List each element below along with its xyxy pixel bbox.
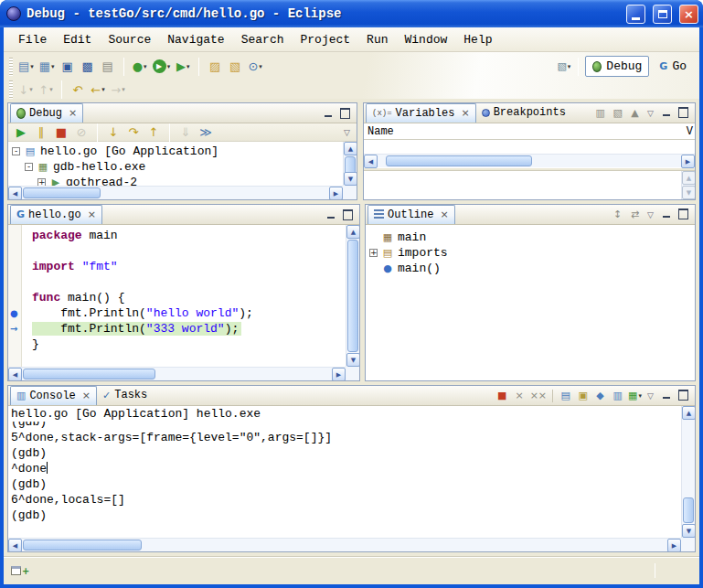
toolbar-grip[interactable] — [9, 80, 13, 99]
tree-item[interactable]: -●main() — [366, 261, 695, 276]
close-tab-icon[interactable]: × — [82, 390, 91, 401]
open-perspective-icon[interactable]: ▧▾ — [556, 59, 571, 74]
code-line[interactable] — [32, 243, 346, 259]
show-type-names-icon[interactable]: ▥ — [592, 105, 608, 121]
next-annotation-icon[interactable]: ↓▾ — [16, 80, 35, 100]
menu-search[interactable]: Search — [234, 30, 292, 49]
collapse-icon[interactable]: - — [25, 163, 33, 171]
tab-outline[interactable]: Outline × — [367, 205, 455, 224]
collapse-all-icon[interactable]: ▲ — [627, 105, 643, 121]
tab-tasks[interactable]: ✓ Tasks — [97, 386, 153, 405]
scroll-right-icon[interactable]: ▶ — [332, 368, 346, 380]
step-over-icon[interactable]: ↷ — [124, 123, 143, 143]
scroll-down-icon[interactable]: ▼ — [682, 524, 695, 538]
code-line[interactable]: import "fmt" — [32, 259, 346, 274]
close-tab-icon[interactable]: × — [69, 107, 77, 119]
debug-icon[interactable]: ●▾ — [131, 57, 149, 77]
scroll-left-icon[interactable]: ◀ — [8, 187, 22, 199]
scrollbar-thumb[interactable] — [386, 155, 532, 166]
expand-icon[interactable]: + — [369, 249, 378, 257]
menu-help[interactable]: Help — [456, 30, 499, 49]
menu-navigate[interactable]: Navigate — [160, 30, 231, 49]
remove-launch-icon[interactable]: × — [512, 388, 527, 403]
editor-ruler[interactable]: ●→ — [8, 225, 22, 367]
close-tab-icon[interactable]: × — [88, 208, 96, 220]
column-name[interactable]: Name — [367, 125, 394, 138]
code-line[interactable]: fmt.Println("333 world"); — [32, 321, 346, 337]
minimize-view-button[interactable] — [323, 208, 338, 222]
minimize-view-button[interactable] — [658, 208, 674, 221]
maximize-view-button[interactable] — [676, 208, 691, 221]
print-icon[interactable]: ▤ — [99, 57, 117, 77]
tab-hello-go[interactable]: G hello.go × — [10, 205, 102, 224]
maximize-view-button[interactable] — [676, 389, 691, 402]
save-all-icon[interactable]: ▩ — [79, 57, 97, 77]
view-menu-icon[interactable]: ▽ — [644, 210, 656, 219]
close-tab-icon[interactable]: × — [440, 208, 448, 220]
expand-icon[interactable]: + — [37, 178, 46, 186]
tab-variables[interactable]: (x)= Variables × — [366, 103, 476, 123]
maximize-view-button[interactable] — [340, 208, 356, 222]
drop-to-frame-icon[interactable]: ⇓ — [176, 123, 195, 143]
use-step-filters-icon[interactable]: ≫ — [197, 123, 215, 143]
scrollbar-thumb[interactable] — [23, 187, 101, 198]
suspend-icon[interactable]: ‖ — [32, 123, 50, 143]
variables-detail-pane[interactable]: ▲ ▼ — [364, 171, 695, 199]
display-selected-console-icon[interactable]: ▥ — [610, 388, 625, 403]
code-line[interactable]: fmt.Println("hello world"); — [32, 305, 346, 321]
column-value[interactable]: V — [687, 125, 693, 138]
scrollbar-thumb[interactable] — [347, 240, 358, 352]
folder-icon[interactable]: ▧ — [226, 57, 244, 77]
run-icon[interactable]: ▶▾ — [151, 57, 173, 77]
tree-item[interactable]: -▤hello.go [Go Application] — [8, 144, 343, 159]
toolbar-grip[interactable] — [9, 58, 13, 76]
horizontal-scrollbar[interactable]: ◀ ▶ — [8, 538, 681, 551]
code-line[interactable]: package main — [32, 228, 346, 243]
minimize-view-button[interactable] — [658, 106, 674, 120]
view-menu-icon[interactable]: ▽ — [341, 128, 353, 137]
close-button[interactable]: × — [679, 5, 698, 24]
view-menu-icon[interactable]: ▽ — [644, 391, 656, 401]
scroll-left-icon[interactable]: ◀ — [364, 155, 378, 168]
scrollbar-thumb[interactable] — [683, 497, 694, 523]
tree-item[interactable]: +▶gothread-2 — [8, 175, 343, 186]
tree-item[interactable]: -▦gdb-hello.exe — [8, 159, 343, 175]
last-edit-location-icon[interactable]: ↶ — [69, 80, 87, 100]
perspective-debug-button[interactable]: Debug — [585, 56, 649, 77]
code-area[interactable]: package mainimport "fmt"func main() { fm… — [23, 225, 346, 367]
vertical-scrollbar[interactable]: ▲ ▼ — [681, 171, 695, 199]
minimize-view-button[interactable] — [658, 389, 674, 402]
tree-item[interactable]: -▦main — [366, 230, 695, 245]
fast-view-icon[interactable]: + — [11, 566, 29, 576]
scroll-right-icon[interactable]: ▶ — [681, 155, 695, 168]
tab-console[interactable]: ▥ Console × — [10, 386, 97, 405]
external-tools-icon[interactable]: ▶▾ — [174, 57, 192, 77]
terminate-icon[interactable]: ■ — [52, 123, 70, 143]
code-line[interactable]: } — [32, 337, 346, 352]
scroll-up-icon[interactable]: ▲ — [682, 171, 696, 185]
horizontal-scrollbar[interactable]: ◀ ▶ — [8, 367, 346, 380]
tab-breakpoints[interactable]: Breakpoints — [476, 103, 571, 123]
scroll-right-icon[interactable]: ▶ — [329, 187, 343, 199]
vertical-scrollbar[interactable]: ▲ ▼ — [346, 225, 359, 367]
step-into-icon[interactable]: ↓ — [104, 123, 122, 143]
scroll-down-icon[interactable]: ▼ — [344, 172, 357, 186]
view-menu-icon[interactable]: ▽ — [644, 109, 656, 118]
maximize-view-button[interactable] — [676, 106, 691, 120]
menu-project[interactable]: Project — [293, 30, 357, 49]
scroll-right-icon[interactable]: ▶ — [667, 539, 681, 551]
open-console-icon[interactable]: ▦▾ — [627, 388, 643, 403]
maximize-button[interactable] — [653, 5, 672, 24]
link-with-editor-icon[interactable]: ⇄ — [627, 207, 643, 222]
menu-window[interactable]: Window — [398, 30, 455, 49]
perspective-go-button[interactable]: G Go — [652, 56, 694, 77]
scrollbar-thumb[interactable] — [23, 369, 155, 380]
scroll-left-icon[interactable]: ◀ — [8, 539, 22, 551]
collapse-icon[interactable]: - — [12, 147, 20, 155]
scrollbar-thumb[interactable] — [23, 540, 142, 551]
console-output[interactable]: (gdb)5^done,stack-args=[frame={level="0"… — [8, 422, 681, 538]
scroll-left-icon[interactable]: ◀ — [8, 368, 22, 380]
back-icon[interactable]: ←▾ — [89, 80, 107, 100]
open-file-icon[interactable]: ▨ — [206, 57, 224, 77]
scroll-up-icon[interactable]: ▲ — [682, 406, 695, 420]
